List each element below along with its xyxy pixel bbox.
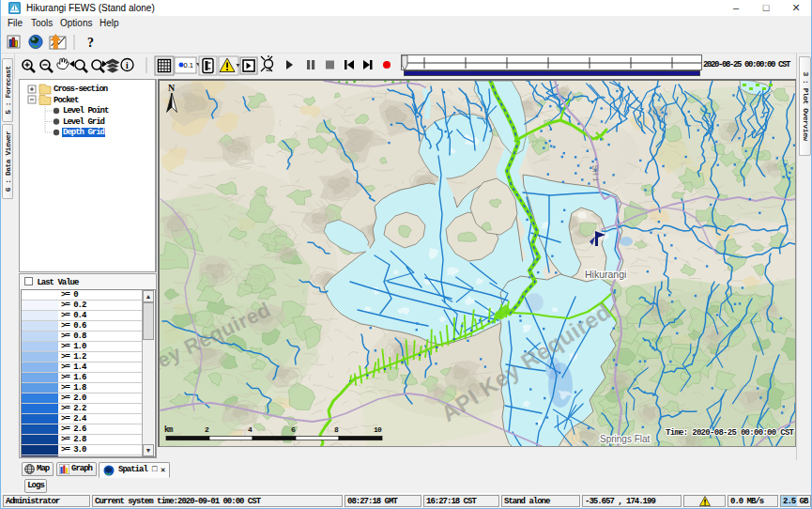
svg-text:Time: 2020-08-25 00:00:00 CST: Time: 2020-08-25 00:00:00 CST: [666, 428, 795, 438]
svg-text:?: ?: [87, 36, 94, 50]
svg-text:Springs Flat: Springs Flat: [600, 434, 651, 444]
svg-text:km: km: [164, 425, 173, 435]
svg-text:10: 10: [374, 425, 382, 434]
svg-text:0.1: 0.1: [184, 61, 193, 69]
svg-text:SH 1: SH 1: [590, 165, 600, 183]
svg-text:Hikurangi: Hikurangi: [585, 269, 626, 280]
svg-text:N: N: [168, 83, 176, 93]
svg-text:i: i: [126, 61, 129, 70]
